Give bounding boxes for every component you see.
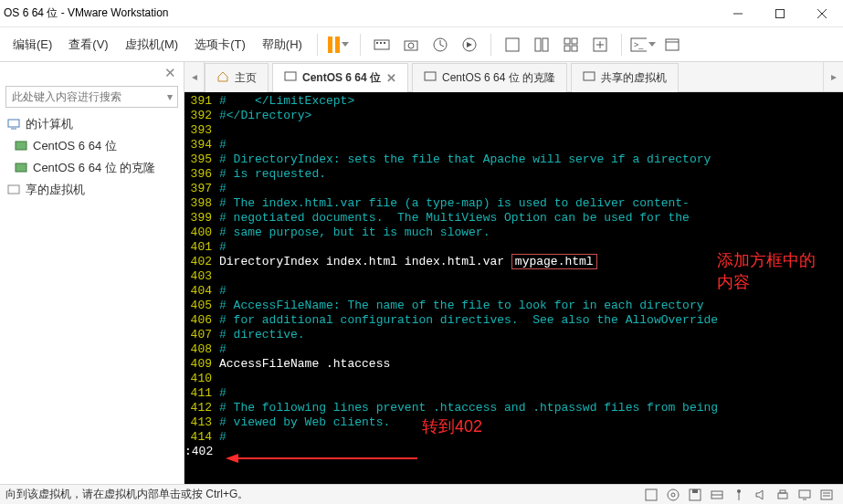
- shared-icon: [7, 184, 22, 196]
- tab-close-button[interactable]: ✕: [386, 71, 396, 85]
- svg-rect-19: [564, 46, 570, 51]
- svg-rect-1: [776, 9, 785, 17]
- separator: [621, 34, 622, 56]
- fullscreen-button[interactable]: >_: [629, 31, 657, 58]
- svg-rect-7: [384, 42, 385, 44]
- svg-rect-29: [16, 163, 26, 172]
- camera-icon: [403, 37, 419, 53]
- sidebar-label: 的计算机: [26, 116, 73, 132]
- svg-rect-18: [572, 38, 577, 44]
- sidebar-label: CentOS 6 64 位 的克隆: [33, 160, 155, 176]
- svg-rect-4: [374, 40, 389, 49]
- fit-guest-button[interactable]: [499, 31, 526, 58]
- close-button[interactable]: [801, 0, 843, 27]
- vm-icon: [15, 162, 29, 174]
- unity-button[interactable]: [586, 31, 614, 58]
- pause-icon: [328, 37, 340, 53]
- svg-rect-49: [821, 490, 832, 499]
- tab-vm2[interactable]: CentOS 6 64 位 的克隆: [412, 63, 567, 92]
- arrow-annotation: [226, 450, 417, 467]
- window-controls: [717, 0, 843, 27]
- thumb-icon: [563, 37, 579, 53]
- message-log-icon[interactable]: [819, 488, 834, 502]
- tab-label: CentOS 6 64 位: [302, 70, 381, 86]
- svg-rect-32: [425, 72, 436, 80]
- revert-snapshot-button[interactable]: [456, 31, 483, 58]
- device-printer-icon[interactable]: [775, 488, 790, 502]
- clock-icon: [432, 37, 448, 53]
- svg-rect-6: [380, 42, 382, 44]
- sidebar-item-vm2[interactable]: CentOS 6 64 位 的克隆: [0, 157, 184, 179]
- sidebar-label: 享的虚拟机: [26, 182, 85, 198]
- sidebar-label: CentOS 6 64 位: [33, 138, 117, 154]
- tab-shared[interactable]: 共享的虚拟机: [571, 63, 679, 92]
- svg-line-12: [440, 45, 444, 47]
- tab-home[interactable]: 主页: [205, 63, 269, 92]
- sidebar-item-computer[interactable]: 的计算机: [0, 113, 184, 135]
- svg-rect-17: [564, 38, 570, 44]
- svg-rect-26: [8, 120, 19, 127]
- svg-rect-16: [543, 38, 548, 51]
- terminal-icon: >_: [630, 37, 647, 52]
- sidebar-close-button[interactable]: ✕: [0, 62, 184, 84]
- menu-edit[interactable]: 编辑(E): [5, 33, 59, 57]
- svg-rect-24: [666, 39, 679, 50]
- statusbar: 向到该虚拟机，请在虚拟机内部单击或按 Ctrl+G。: [0, 484, 843, 504]
- sidebar-item-vm1[interactable]: CentOS 6 64 位: [0, 135, 184, 157]
- snapshot-button[interactable]: [397, 31, 425, 58]
- menu-help[interactable]: 帮助(H): [255, 33, 310, 57]
- separator: [360, 34, 361, 56]
- thumbnail-view-button[interactable]: [557, 31, 585, 58]
- computer-icon: [7, 118, 22, 131]
- tab-label: 共享的虚拟机: [601, 70, 667, 86]
- chevron-down-icon: [342, 42, 349, 47]
- vm-icon: [424, 70, 437, 86]
- stretch-button[interactable]: [659, 31, 686, 58]
- menu-view[interactable]: 查看(V): [61, 33, 115, 57]
- svg-point-38: [671, 493, 675, 497]
- device-disk-icon[interactable]: [644, 488, 659, 502]
- sidebar-item-shared[interactable]: 享的虚拟机: [0, 179, 184, 201]
- tab-scroll-left[interactable]: ◂: [184, 62, 205, 91]
- device-usb-icon[interactable]: [732, 488, 746, 502]
- pause-button[interactable]: [325, 31, 353, 58]
- svg-rect-36: [646, 489, 657, 500]
- library-sidebar: ✕ ▾ 的计算机 CentOS 6 64 位 CentOS 6 64 位 的克隆…: [0, 62, 184, 484]
- menu-vm[interactable]: 虚拟机(M): [118, 33, 186, 57]
- window-title: OS 6 64 位 - VMware Workstation: [4, 5, 717, 21]
- svg-point-43: [737, 489, 741, 493]
- svg-rect-46: [780, 490, 785, 493]
- tab-scroll-right[interactable]: ▸: [823, 62, 843, 91]
- screen-icon: [504, 37, 521, 53]
- search-dropdown-icon[interactable]: ▾: [163, 90, 177, 103]
- svg-rect-28: [16, 142, 26, 150]
- device-network-icon[interactable]: [710, 488, 724, 502]
- svg-marker-35: [226, 454, 238, 463]
- device-cd-icon[interactable]: [666, 488, 680, 502]
- menubar: 编辑(E) 查看(V) 虚拟机(M) 选项卡(T) 帮助(H) >_: [0, 27, 843, 62]
- svg-rect-31: [285, 72, 296, 80]
- console-view-button[interactable]: [528, 31, 555, 58]
- main-area: ✕ ▾ 的计算机 CentOS 6 64 位 CentOS 6 64 位 的克隆…: [0, 62, 843, 484]
- separator: [490, 34, 491, 56]
- snapshot-manager-button[interactable]: [427, 31, 454, 58]
- annotation-goto-note: 转到402: [422, 415, 482, 437]
- maximize-button[interactable]: [759, 0, 801, 27]
- device-display-icon[interactable]: [797, 488, 812, 502]
- device-floppy-icon[interactable]: [688, 488, 702, 502]
- send-ctrlaltdel-button[interactable]: [368, 31, 395, 58]
- chevron-down-icon: [648, 42, 656, 47]
- vm-icon: [284, 70, 297, 86]
- minimize-button[interactable]: [717, 0, 759, 27]
- vm-icon: [15, 140, 29, 152]
- tab-vm1[interactable]: CentOS 6 64 位 ✕: [272, 63, 408, 92]
- tabbar: ◂ 主页 CentOS 6 64 位 ✕ CentOS 6 64 位 的克隆 共…: [184, 62, 843, 92]
- home-icon: [216, 70, 229, 86]
- search-input[interactable]: [6, 90, 163, 103]
- svg-point-37: [668, 489, 679, 500]
- menu-tabs[interactable]: 选项卡(T): [187, 33, 253, 57]
- device-sound-icon[interactable]: [753, 488, 768, 502]
- keyboard-icon: [374, 37, 390, 53]
- shared-icon: [583, 70, 595, 86]
- titlebar: OS 6 64 位 - VMware Workstation: [0, 0, 843, 27]
